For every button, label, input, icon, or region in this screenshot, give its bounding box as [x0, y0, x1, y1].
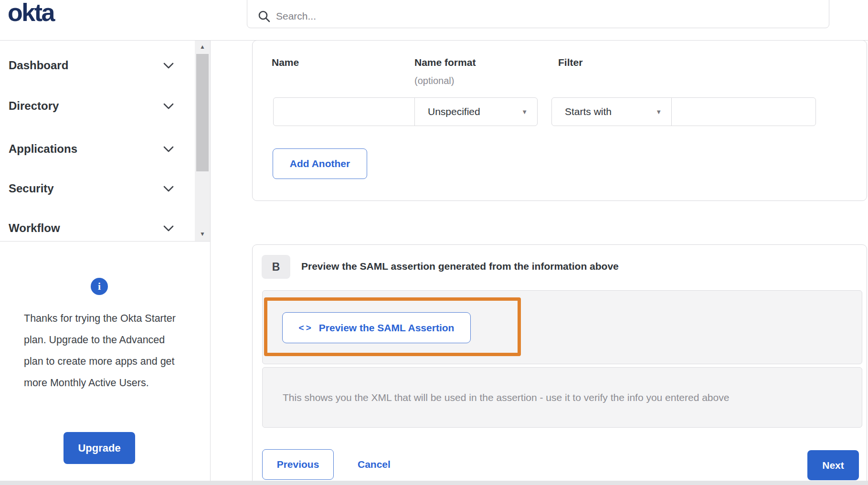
search-input[interactable] — [276, 11, 753, 22]
add-another-button[interactable]: Add Another — [273, 148, 367, 179]
preview-button-label: Preview the SAML Assertion — [319, 322, 455, 334]
sidebar-item-label: Applications — [9, 142, 77, 156]
scroll-thumb[interactable] — [196, 54, 209, 171]
sidebar-item-security[interactable]: Security — [9, 181, 174, 196]
filter-type-selected-value: Starts with — [565, 106, 612, 117]
info-icon: i — [91, 278, 108, 295]
sidebar-item-label: Directory — [9, 99, 59, 113]
sidebar-item-label: Dashboard — [9, 59, 68, 72]
sidebar-main-divider — [210, 41, 211, 485]
sidebar-scrollbar[interactable]: ▲ ▼ — [195, 41, 210, 241]
preview-description-box: This shows you the XML that will be used… — [262, 367, 862, 428]
filter-column-label: Filter — [558, 57, 582, 68]
page-bottom-strip — [0, 481, 868, 485]
chevron-down-icon — [163, 146, 174, 152]
attribute-form-card: Name Name format (optional) Filter Unspe… — [252, 40, 867, 201]
name-format-column-label: Name format — [414, 57, 476, 68]
saml-preview-card: B Preview the SAML assertion generated f… — [252, 244, 867, 485]
select-caret-icon: ▼ — [521, 108, 528, 116]
filter-type-select[interactable]: Starts with ▼ — [551, 97, 672, 126]
code-icon: <> — [299, 323, 313, 333]
chevron-down-icon — [163, 186, 174, 192]
sidebar-divider — [0, 241, 210, 242]
filter-value-input[interactable] — [671, 97, 816, 126]
preview-section-title: Preview the SAML assertion generated fro… — [301, 261, 619, 272]
name-column-label: Name — [272, 57, 299, 68]
name-format-selected-value: Unspecified — [428, 106, 480, 117]
okta-logo[interactable]: okta — [8, 0, 54, 27]
sidebar-item-workflow[interactable]: Workflow — [9, 221, 174, 235]
global-search-box — [247, 0, 829, 28]
chevron-down-icon — [163, 63, 174, 69]
sidebar-nav: Dashboard Directory Applications Securit… — [0, 41, 210, 241]
scroll-down-button[interactable]: ▼ — [195, 229, 210, 239]
chevron-down-icon — [163, 103, 174, 109]
upgrade-message: Thanks for trying the Okta Starter plan.… — [24, 308, 184, 394]
sidebar-item-directory[interactable]: Directory — [9, 99, 174, 113]
next-button[interactable]: Next — [807, 450, 859, 480]
preview-description-text: This shows you the XML that will be used… — [263, 392, 729, 403]
step-b-badge: B — [262, 255, 290, 279]
name-format-select[interactable]: Unspecified ▼ — [414, 97, 538, 126]
sidebar-item-applications[interactable]: Applications — [9, 142, 174, 156]
sidebar-item-dashboard[interactable]: Dashboard — [9, 58, 174, 73]
scroll-up-button[interactable]: ▲ — [195, 42, 210, 52]
name-format-optional-hint: (optional) — [414, 75, 454, 86]
previous-button[interactable]: Previous — [262, 449, 334, 480]
preview-saml-assertion-button[interactable]: <> Preview the SAML Assertion — [282, 312, 471, 343]
cancel-link[interactable]: Cancel — [358, 449, 391, 480]
upgrade-button[interactable]: Upgrade — [64, 432, 135, 464]
search-icon — [258, 10, 270, 22]
chevron-down-icon — [163, 225, 174, 232]
select-caret-icon: ▼ — [656, 108, 662, 116]
attribute-name-input[interactable] — [273, 97, 415, 126]
sidebar-item-label: Workflow — [9, 221, 60, 235]
top-header: okta — [0, 0, 868, 41]
sidebar-item-label: Security — [9, 182, 54, 195]
